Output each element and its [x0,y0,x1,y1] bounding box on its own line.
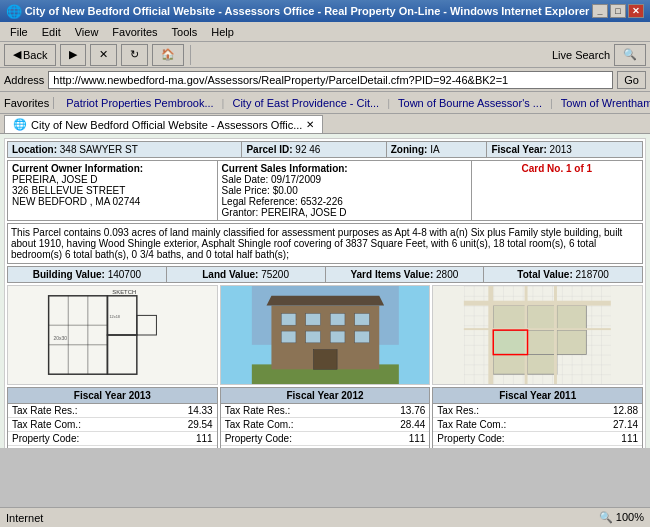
f2013-key-2: Property Code: [8,432,167,445]
status-bar: Internet 🔍 100% [0,507,650,527]
f2013-key-1: Tax Rate Com.: [8,418,167,431]
address-label: Address [4,74,44,86]
land-value-cell: Land Value: 75200 [167,267,326,282]
parcel-label: Parcel ID: [246,144,292,155]
link-patriot[interactable]: Patriot Properties Pembrook... [60,95,219,111]
maximize-button[interactable]: □ [610,4,626,18]
bldg-value: 140700 [108,269,141,280]
tab-close-button[interactable]: ✕ [306,119,314,130]
refresh-button[interactable]: ↻ [121,44,148,66]
svg-text:12x18: 12x18 [109,314,120,319]
menu-edit[interactable]: Edit [36,24,67,40]
zoom-level: 🔍 100% [599,511,644,524]
svg-rect-33 [464,301,611,306]
svg-rect-21 [354,331,369,343]
svg-rect-16 [330,313,345,325]
f2011-key-1: Tax Rate Com.: [433,418,592,431]
photos-row: SKETCH 20x30 12x18 [7,285,643,385]
f2013-key-3: Total Bldg Value: [8,446,167,448]
title-bar: 🌐 City of New Bedford Official Website -… [0,0,650,22]
search-button[interactable]: 🔍 [614,44,646,66]
svg-rect-30 [557,330,586,355]
fiscal-2013-row-0: Tax Rate Res.: 14.33 [8,404,217,418]
svg-rect-22 [313,350,337,370]
svg-rect-19 [305,331,320,343]
svg-rect-27 [557,306,586,331]
link-eastprovidence[interactable]: City of East Providence - Cit... [226,95,385,111]
active-tab[interactable]: 🌐 City of New Bedford Official Website -… [4,115,323,133]
f2011-key-0: Tax Res.: [433,404,592,417]
menu-tools[interactable]: Tools [166,24,204,40]
menu-bar: File Edit View Favorites Tools Help [0,22,650,42]
home-button[interactable]: 🏠 [152,44,184,66]
zoning-label: Zoning: [391,144,428,155]
minimize-button[interactable]: _ [592,4,608,18]
map-image [432,285,643,385]
link-wrentham[interactable]: Town of Wrentham Assesso... [555,95,650,111]
sales-label: Current Sales Information: [222,163,348,174]
location-label: Location: [12,144,57,155]
link-bourne[interactable]: Town of Bourne Assessor's ... [392,95,548,111]
links-bar: Favorites Patriot Properties Pembrook...… [0,92,650,114]
fiscal-2013-row-3: Total Bldg Value: 140700 [8,446,217,448]
total-value-label: Total Value: [517,269,572,280]
stop-button[interactable]: ✕ [90,44,117,66]
f2011-key-2: Property Code: [433,432,592,445]
svg-rect-26 [528,306,557,331]
address-bar: Address Go [0,68,650,92]
f2013-val-3: 140700 [167,446,217,448]
owner-street: 326 BELLEVUE STREET [12,185,213,196]
svg-text:SKETCH: SKETCH [112,289,136,295]
owner-city: NEW BEDFORD , MA 02744 [12,196,213,207]
toolbar: ◀ Back ▶ ✕ ↻ 🏠 Live Search 🔍 [0,42,650,68]
property-container: Location: 348 SAWYER ST Parcel ID: 92 46… [4,138,646,448]
url-input[interactable] [48,71,613,89]
f2011-val-1: 27.14 [592,418,642,431]
svg-rect-17 [354,313,369,325]
sale-price-value: $0.00 [273,185,298,196]
f2012-key-0: Tax Rate Res.: [221,404,380,417]
fiscal-tables-row: Fiscal Year 2013 Tax Rate Res.: 14.33 Ta… [7,387,643,448]
f2011-val-3: 163200 [592,446,642,448]
close-button[interactable]: ✕ [628,4,644,18]
sale-date-value: 09/17/2009 [271,174,321,185]
fiscal-2012-row-1: Tax Rate Com.: 28.44 [221,418,430,432]
bldg-value-label: Building Value: [33,269,105,280]
parcel-value: 92 46 [295,144,320,155]
fiscal-2011-row-2: Property Code: 111 [433,432,642,446]
f2011-key-3: Total Bldg Value: [433,446,592,448]
fiscal-2011-row-1: Tax Rate Com.: 27.14 [433,418,642,432]
card-no: Card No. 1 of 1 [471,161,642,221]
menu-view[interactable]: View [69,24,105,40]
location-table: Location: 348 SAWYER ST Parcel ID: 92 46… [7,141,643,158]
menu-help[interactable]: Help [205,24,240,40]
fiscal-2011-row-0: Tax Res.: 12.88 [433,404,642,418]
svg-rect-28 [494,330,528,355]
forward-button[interactable]: ▶ [60,44,86,66]
f2012-key-3: Total Bldg Value: [221,446,380,448]
svg-rect-37 [554,286,557,384]
fiscal-year-label: Fiscal Year: [491,144,546,155]
f2012-key-2: Property Code: [221,432,380,445]
menu-file[interactable]: File [4,24,34,40]
floor-plan-image: SKETCH 20x30 12x18 [7,285,218,385]
sale-price-label: Sale Price: [222,185,270,196]
fiscal-2013-row-1: Tax Rate Com.: 29.54 [8,418,217,432]
tab-label: City of New Bedford Official Website - A… [31,119,302,131]
fiscal-2011-header: Fiscal Year 2011 [433,388,642,404]
zoning-value: IA [430,144,439,155]
menu-favorites[interactable]: Favorites [106,24,163,40]
tab-bar: 🌐 City of New Bedford Official Website -… [0,114,650,134]
back-button[interactable]: ◀ Back [4,44,56,66]
fiscal-2012-header: Fiscal Year 2012 [221,388,430,404]
svg-text:20x30: 20x30 [54,336,68,341]
favorites-label: Favorites [4,97,54,109]
f2013-key-0: Tax Rate Res.: [8,404,167,417]
go-button[interactable]: Go [617,71,646,89]
legal-ref-label: Legal Reference: [222,196,298,207]
f2013-val-2: 111 [167,432,217,445]
window-title: City of New Bedford Official Website - A… [22,5,592,17]
fiscal-year-value: 2013 [550,144,572,155]
svg-rect-29 [528,330,557,355]
fiscal-2011-row-3: Total Bldg Value: 163200 [433,446,642,448]
